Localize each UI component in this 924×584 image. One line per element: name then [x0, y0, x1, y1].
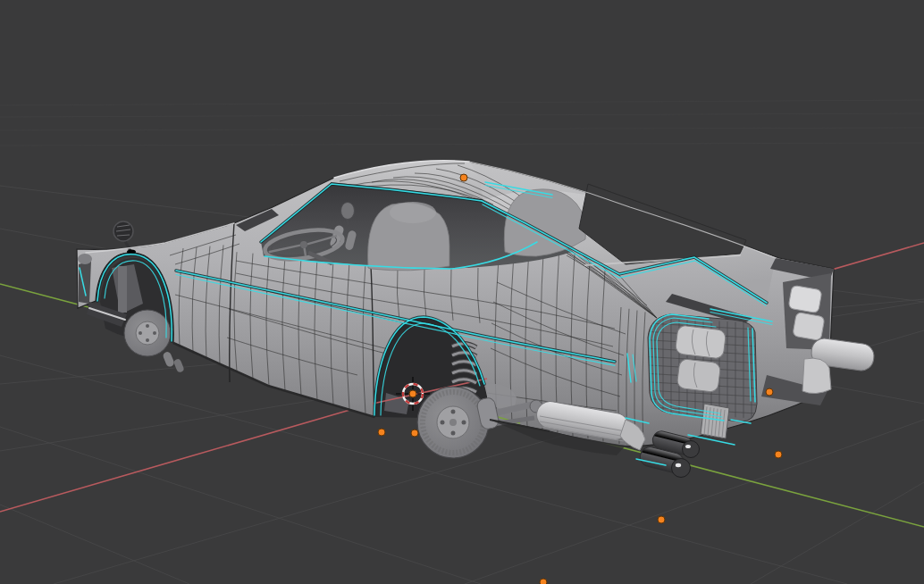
3d-viewport[interactable]	[0, 0, 924, 584]
origin-dot[interactable]	[658, 516, 665, 523]
tail-light-lens-upper	[675, 325, 726, 359]
origin-dot[interactable]	[775, 451, 782, 458]
origin-dot[interactable]	[540, 579, 547, 584]
license-plate	[701, 404, 729, 438]
tail-light-lens-lower	[676, 358, 721, 392]
origin-dot[interactable]	[409, 390, 416, 397]
rearview-mirror	[341, 203, 355, 220]
origin-dot[interactable]	[460, 174, 467, 181]
origin-dot[interactable]	[378, 429, 385, 436]
origin-dot[interactable]	[766, 388, 773, 396]
origin-dot[interactable]	[411, 430, 418, 437]
viewport-canvas[interactable]	[0, 0, 924, 584]
bumper-guard	[802, 358, 831, 393]
